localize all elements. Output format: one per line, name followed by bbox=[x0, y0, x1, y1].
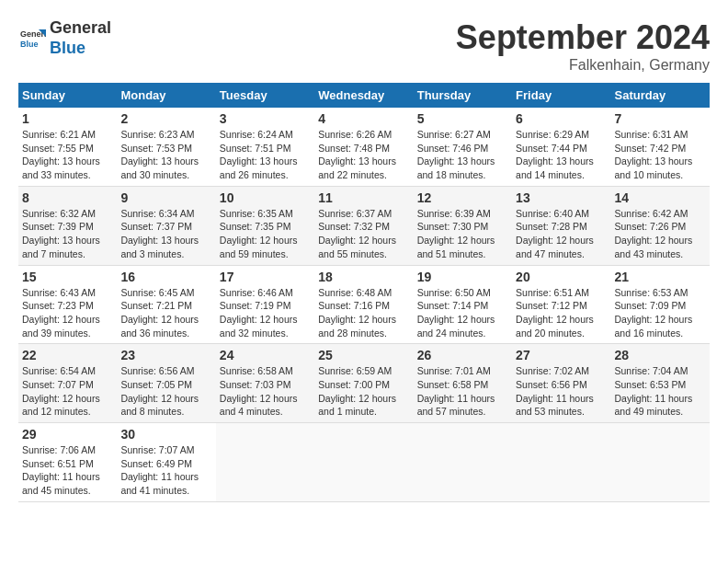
day-number: 26 bbox=[417, 348, 508, 362]
day-info: Sunrise: 7:04 AM Sunset: 6:53 PM Dayligh… bbox=[615, 364, 706, 419]
day-info: Sunrise: 6:39 AM Sunset: 7:30 PM Dayligh… bbox=[417, 207, 508, 261]
table-cell bbox=[314, 423, 413, 502]
day-number: 29 bbox=[22, 427, 113, 442]
week-row-5: 29Sunrise: 7:06 AM Sunset: 6:51 PM Dayli… bbox=[18, 423, 710, 502]
day-number: 17 bbox=[220, 270, 311, 284]
day-info: Sunrise: 6:21 AM Sunset: 7:55 PM Dayligh… bbox=[22, 128, 113, 182]
logo-line2: Blue bbox=[50, 39, 111, 59]
day-info: Sunrise: 6:53 AM Sunset: 7:09 PM Dayligh… bbox=[615, 286, 706, 340]
day-number: 13 bbox=[516, 190, 607, 205]
table-cell: 19Sunrise: 6:50 AM Sunset: 7:14 PM Dayli… bbox=[414, 265, 512, 344]
day-number: 28 bbox=[615, 348, 706, 362]
day-number: 7 bbox=[615, 111, 706, 126]
day-number: 8 bbox=[22, 190, 113, 205]
day-info: Sunrise: 6:58 AM Sunset: 7:03 PM Dayligh… bbox=[220, 364, 311, 419]
page-header: General Blue General Blue September 2024… bbox=[18, 18, 710, 74]
week-row-1: 1Sunrise: 6:21 AM Sunset: 7:55 PM Daylig… bbox=[18, 108, 710, 186]
day-info: Sunrise: 6:50 AM Sunset: 7:14 PM Dayligh… bbox=[417, 286, 508, 340]
col-tuesday: Tuesday bbox=[216, 83, 314, 108]
day-info: Sunrise: 6:48 AM Sunset: 7:16 PM Dayligh… bbox=[318, 286, 409, 340]
table-cell: 3Sunrise: 6:24 AM Sunset: 7:51 PM Daylig… bbox=[216, 108, 314, 186]
day-number: 10 bbox=[220, 190, 311, 205]
day-info: Sunrise: 6:24 AM Sunset: 7:51 PM Dayligh… bbox=[220, 128, 311, 182]
title-block: September 2024 Falkenhain, Germany bbox=[456, 18, 710, 74]
table-cell bbox=[512, 423, 610, 502]
day-number: 19 bbox=[417, 270, 508, 284]
col-saturday: Saturday bbox=[611, 83, 710, 108]
table-cell bbox=[611, 423, 710, 502]
table-cell: 10Sunrise: 6:35 AM Sunset: 7:35 PM Dayli… bbox=[216, 186, 314, 265]
logo-line1: General bbox=[50, 18, 111, 39]
table-cell: 29Sunrise: 7:06 AM Sunset: 6:51 PM Dayli… bbox=[18, 423, 117, 502]
day-info: Sunrise: 6:56 AM Sunset: 7:05 PM Dayligh… bbox=[120, 364, 211, 419]
table-cell: 4Sunrise: 6:26 AM Sunset: 7:48 PM Daylig… bbox=[314, 108, 413, 186]
table-cell: 22Sunrise: 6:54 AM Sunset: 7:07 PM Dayli… bbox=[18, 344, 117, 423]
table-cell: 24Sunrise: 6:58 AM Sunset: 7:03 PM Dayli… bbox=[216, 344, 314, 423]
table-cell: 18Sunrise: 6:48 AM Sunset: 7:16 PM Dayli… bbox=[314, 265, 413, 344]
table-cell: 2Sunrise: 6:23 AM Sunset: 7:53 PM Daylig… bbox=[117, 108, 215, 186]
table-cell: 23Sunrise: 6:56 AM Sunset: 7:05 PM Dayli… bbox=[117, 344, 215, 423]
logo-icon: General Blue bbox=[18, 25, 46, 52]
location-subtitle: Falkenhain, Germany bbox=[456, 57, 710, 74]
table-cell: 28Sunrise: 7:04 AM Sunset: 6:53 PM Dayli… bbox=[611, 344, 710, 423]
day-info: Sunrise: 6:27 AM Sunset: 7:46 PM Dayligh… bbox=[417, 128, 508, 182]
day-info: Sunrise: 6:26 AM Sunset: 7:48 PM Dayligh… bbox=[318, 128, 409, 182]
calendar-table: Sunday Monday Tuesday Wednesday Thursday… bbox=[18, 83, 710, 502]
table-cell: 26Sunrise: 7:01 AM Sunset: 6:58 PM Dayli… bbox=[414, 344, 512, 423]
day-info: Sunrise: 6:32 AM Sunset: 7:39 PM Dayligh… bbox=[22, 207, 113, 261]
day-info: Sunrise: 6:54 AM Sunset: 7:07 PM Dayligh… bbox=[22, 364, 113, 419]
day-number: 20 bbox=[516, 270, 607, 284]
table-cell: 9Sunrise: 6:34 AM Sunset: 7:37 PM Daylig… bbox=[117, 186, 215, 265]
col-wednesday: Wednesday bbox=[314, 83, 413, 108]
day-info: Sunrise: 6:34 AM Sunset: 7:37 PM Dayligh… bbox=[120, 207, 211, 261]
day-info: Sunrise: 6:40 AM Sunset: 7:28 PM Dayligh… bbox=[516, 207, 607, 261]
day-number: 5 bbox=[417, 111, 508, 126]
day-info: Sunrise: 6:46 AM Sunset: 7:19 PM Dayligh… bbox=[220, 286, 311, 340]
table-cell: 1Sunrise: 6:21 AM Sunset: 7:55 PM Daylig… bbox=[18, 108, 117, 186]
day-info: Sunrise: 7:06 AM Sunset: 6:51 PM Dayligh… bbox=[22, 443, 113, 498]
day-number: 12 bbox=[417, 190, 508, 205]
table-cell: 14Sunrise: 6:42 AM Sunset: 7:26 PM Dayli… bbox=[611, 186, 710, 265]
day-info: Sunrise: 6:51 AM Sunset: 7:12 PM Dayligh… bbox=[516, 286, 607, 340]
day-number: 14 bbox=[615, 190, 706, 205]
table-cell: 13Sunrise: 6:40 AM Sunset: 7:28 PM Dayli… bbox=[512, 186, 610, 265]
day-number: 25 bbox=[318, 348, 409, 362]
day-info: Sunrise: 6:29 AM Sunset: 7:44 PM Dayligh… bbox=[516, 128, 607, 182]
col-monday: Monday bbox=[117, 83, 215, 108]
col-sunday: Sunday bbox=[18, 83, 117, 108]
table-cell bbox=[216, 423, 314, 502]
day-number: 2 bbox=[120, 111, 211, 126]
table-cell: 27Sunrise: 7:02 AM Sunset: 6:56 PM Dayli… bbox=[512, 344, 610, 423]
table-cell: 6Sunrise: 6:29 AM Sunset: 7:44 PM Daylig… bbox=[512, 108, 610, 186]
week-row-3: 15Sunrise: 6:43 AM Sunset: 7:23 PM Dayli… bbox=[18, 265, 710, 344]
table-cell: 15Sunrise: 6:43 AM Sunset: 7:23 PM Dayli… bbox=[18, 265, 117, 344]
day-number: 27 bbox=[516, 348, 607, 362]
day-info: Sunrise: 7:02 AM Sunset: 6:56 PM Dayligh… bbox=[516, 364, 607, 419]
table-cell: 20Sunrise: 6:51 AM Sunset: 7:12 PM Dayli… bbox=[512, 265, 610, 344]
day-info: Sunrise: 6:37 AM Sunset: 7:32 PM Dayligh… bbox=[318, 207, 409, 261]
day-number: 6 bbox=[516, 111, 607, 126]
day-info: Sunrise: 6:43 AM Sunset: 7:23 PM Dayligh… bbox=[22, 286, 113, 340]
table-cell: 11Sunrise: 6:37 AM Sunset: 7:32 PM Dayli… bbox=[314, 186, 413, 265]
day-info: Sunrise: 6:31 AM Sunset: 7:42 PM Dayligh… bbox=[615, 128, 706, 182]
day-number: 3 bbox=[220, 111, 311, 126]
day-number: 22 bbox=[22, 348, 113, 362]
day-info: Sunrise: 7:07 AM Sunset: 6:49 PM Dayligh… bbox=[120, 443, 211, 498]
table-cell: 30Sunrise: 7:07 AM Sunset: 6:49 PM Dayli… bbox=[117, 423, 215, 502]
month-title: September 2024 bbox=[456, 18, 710, 57]
table-cell: 8Sunrise: 6:32 AM Sunset: 7:39 PM Daylig… bbox=[18, 186, 117, 265]
day-number: 1 bbox=[22, 111, 113, 126]
day-number: 21 bbox=[615, 270, 706, 284]
day-number: 15 bbox=[22, 270, 113, 284]
day-info: Sunrise: 6:35 AM Sunset: 7:35 PM Dayligh… bbox=[220, 207, 311, 261]
day-number: 11 bbox=[318, 190, 409, 205]
table-cell: 25Sunrise: 6:59 AM Sunset: 7:00 PM Dayli… bbox=[314, 344, 413, 423]
day-info: Sunrise: 6:59 AM Sunset: 7:00 PM Dayligh… bbox=[318, 364, 409, 419]
calendar-header-row: Sunday Monday Tuesday Wednesday Thursday… bbox=[18, 83, 710, 108]
day-info: Sunrise: 6:45 AM Sunset: 7:21 PM Dayligh… bbox=[120, 286, 211, 340]
table-cell: 7Sunrise: 6:31 AM Sunset: 7:42 PM Daylig… bbox=[611, 108, 710, 186]
table-cell bbox=[414, 423, 512, 502]
table-cell: 12Sunrise: 6:39 AM Sunset: 7:30 PM Dayli… bbox=[414, 186, 512, 265]
day-info: Sunrise: 6:42 AM Sunset: 7:26 PM Dayligh… bbox=[615, 207, 706, 261]
col-friday: Friday bbox=[512, 83, 610, 108]
